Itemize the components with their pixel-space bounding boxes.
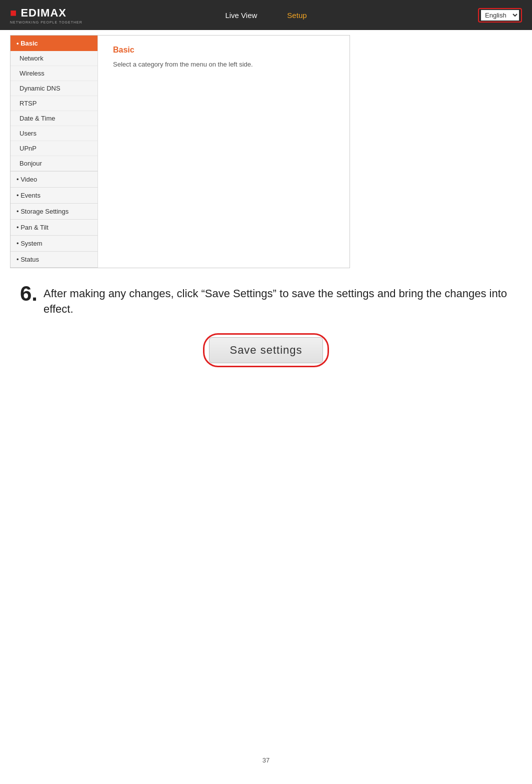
sidebar-item-dynamic-dns[interactable]: Dynamic DNS: [10, 81, 98, 96]
content-description: Select a category from the menu on the l…: [113, 61, 334, 68]
sidebar-section-video: • Video: [10, 172, 98, 188]
sidebar-section-pan-tilt: • Pan & Tilt: [10, 220, 98, 236]
step-number: 6.: [20, 283, 38, 304]
content-panel: Basic Select a category from the menu on…: [98, 36, 350, 268]
sidebar-item-date-time[interactable]: Date & Time: [10, 111, 98, 126]
logo: ■ EDIMAX NETWORKING PEOPLE TOGETHER: [10, 7, 82, 24]
sidebar-section-basic: • Basic Network Wireless Dynamic DNS RTS…: [10, 36, 98, 172]
sidebar-header-status[interactable]: • Status: [10, 252, 98, 267]
nav-live-view[interactable]: Live View: [225, 11, 257, 20]
screenshot-frame: • Basic Network Wireless Dynamic DNS RTS…: [10, 35, 350, 268]
sidebar-section-system: • System: [10, 236, 98, 252]
instruction-step-6: 6. After making any changes, click “Save…: [20, 283, 512, 317]
sidebar-header-events[interactable]: • Events: [10, 188, 98, 203]
save-button-illustration: Save settings: [20, 337, 512, 363]
sidebar-item-users[interactable]: Users: [10, 126, 98, 141]
sidebar-header-video[interactable]: • Video: [10, 172, 98, 187]
save-settings-button[interactable]: Save settings: [209, 337, 322, 363]
logo-subtitle: NETWORKING PEOPLE TOGETHER: [10, 21, 82, 24]
sidebar-section-status: • Status: [10, 252, 98, 268]
sidebar-header-storage[interactable]: • Storage Settings: [10, 204, 98, 219]
language-select[interactable]: English Chinese French German Spanish: [481, 10, 519, 21]
logo-brand-name: EDIMAX: [20, 7, 66, 19]
sidebar-section-events: • Events: [10, 188, 98, 204]
sidebar-item-rtsp[interactable]: RTSP: [10, 96, 98, 111]
sidebar-item-bonjour[interactable]: Bonjour: [10, 156, 98, 171]
nav-links: Live View Setup: [225, 11, 306, 20]
topbar: ■ EDIMAX NETWORKING PEOPLE TOGETHER Live…: [0, 0, 532, 30]
instruction-section: 6. After making any changes, click “Save…: [0, 268, 532, 398]
save-button-wrapper: Save settings: [209, 337, 322, 363]
sidebar-item-wireless[interactable]: Wireless: [10, 66, 98, 81]
sidebar-header-pan-tilt[interactable]: • Pan & Tilt: [10, 220, 98, 235]
page-number: 37: [0, 746, 532, 774]
sidebar-item-network[interactable]: Network: [10, 51, 98, 66]
sidebar-header-basic[interactable]: • Basic: [10, 36, 98, 51]
sidebar: • Basic Network Wireless Dynamic DNS RTS…: [10, 36, 98, 268]
step-text: After making any changes, click “Save Se…: [44, 283, 512, 317]
content-title: Basic: [113, 46, 334, 55]
logo-text: ■ EDIMAX: [10, 7, 66, 20]
language-selector-wrapper: English Chinese French German Spanish: [478, 8, 522, 23]
sidebar-header-system[interactable]: • System: [10, 236, 98, 251]
nav-setup[interactable]: Setup: [287, 11, 306, 20]
sidebar-item-upnp[interactable]: UPnP: [10, 141, 98, 156]
sidebar-section-storage: • Storage Settings: [10, 204, 98, 220]
